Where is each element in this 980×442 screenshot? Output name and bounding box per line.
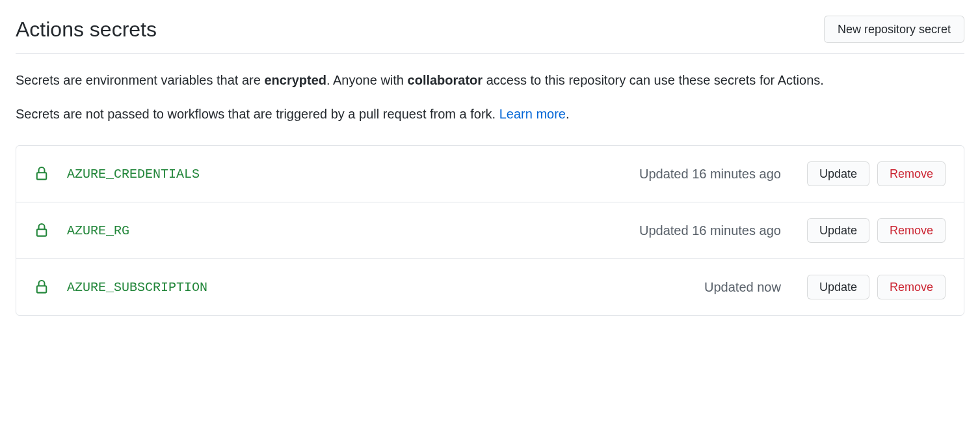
- learn-more-link[interactable]: Learn more: [499, 107, 566, 121]
- secret-row: AZURE_CREDENTIALS Updated 16 minutes ago…: [16, 146, 964, 202]
- desc-text: Secrets are not passed to workflows that…: [16, 107, 499, 121]
- desc-text: access to this repository can use these …: [483, 73, 824, 87]
- secret-name: AZURE_SUBSCRIPTION: [67, 280, 704, 295]
- secret-updated-timestamp: Updated 16 minutes ago: [639, 167, 781, 182]
- desc-bold-encrypted: encrypted: [264, 73, 326, 87]
- desc-text: Secrets are environment variables that a…: [16, 73, 264, 87]
- remove-button[interactable]: Remove: [877, 161, 946, 186]
- description-paragraph-1: Secrets are environment variables that a…: [16, 70, 964, 90]
- action-buttons: Update Remove: [807, 161, 946, 186]
- desc-text: . Anyone with: [326, 73, 408, 87]
- secrets-list: AZURE_CREDENTIALS Updated 16 minutes ago…: [16, 145, 964, 316]
- remove-button[interactable]: Remove: [877, 275, 946, 299]
- secret-row: AZURE_RG Updated 16 minutes ago Update R…: [16, 202, 964, 259]
- description-paragraph-2: Secrets are not passed to workflows that…: [16, 104, 964, 124]
- update-button[interactable]: Update: [807, 218, 869, 243]
- new-repository-secret-button[interactable]: New repository secret: [824, 16, 964, 43]
- lock-icon: [34, 222, 49, 239]
- secret-updated-timestamp: Updated 16 minutes ago: [639, 223, 781, 238]
- update-button[interactable]: Update: [807, 275, 869, 299]
- secret-name: AZURE_CREDENTIALS: [67, 167, 639, 182]
- secret-name: AZURE_RG: [67, 223, 639, 238]
- desc-bold-collaborator: collaborator: [408, 73, 483, 87]
- page-title: Actions secrets: [16, 18, 157, 42]
- lock-icon: [34, 165, 49, 182]
- desc-text: .: [566, 107, 570, 121]
- action-buttons: Update Remove: [807, 218, 946, 243]
- secret-updated-timestamp: Updated now: [704, 280, 781, 295]
- secret-row: AZURE_SUBSCRIPTION Updated now Update Re…: [16, 259, 964, 315]
- update-button[interactable]: Update: [807, 161, 869, 186]
- lock-icon: [34, 279, 49, 296]
- action-buttons: Update Remove: [807, 275, 946, 299]
- remove-button[interactable]: Remove: [877, 218, 946, 243]
- page-header: Actions secrets New repository secret: [16, 16, 964, 54]
